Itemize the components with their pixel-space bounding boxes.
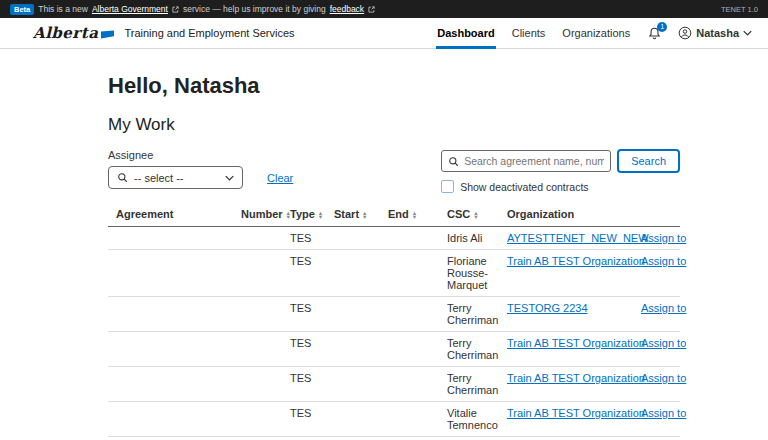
chevron-down-icon (225, 175, 234, 181)
external-link-icon (368, 6, 375, 13)
beta-badge: Beta (10, 4, 34, 15)
alberta-flag-icon (101, 30, 114, 39)
cell-agreement (108, 367, 237, 402)
assign-to-link[interactable]: Assign to (641, 232, 686, 244)
search-input[interactable] (464, 155, 604, 167)
notifications-button[interactable]: 1 (647, 26, 662, 41)
table-row: TES Terry Cherriman Train AB TEST Organi… (108, 332, 680, 367)
page-title: Hello, Natasha (108, 73, 680, 99)
section-title: My Work (108, 115, 680, 135)
assign-to-link[interactable]: Assign to (641, 337, 686, 349)
cell-number (237, 250, 286, 297)
main-nav: Dashboard Clients Organizations 1 Natash… (421, 18, 752, 49)
cell-number (237, 297, 286, 332)
alberta-logo[interactable]: Alberta (33, 24, 114, 42)
feedback-link[interactable]: feedback (330, 4, 365, 14)
cell-type: TES (286, 332, 330, 367)
account-menu[interactable]: Natasha (678, 26, 752, 40)
cell-agreement (108, 250, 237, 297)
table-body: TES Idris Ali AYTESTTENET_NEW_NEW Assign… (108, 227, 680, 440)
cell-end (384, 367, 443, 402)
cell-number (237, 332, 286, 367)
cell-number (237, 227, 286, 250)
organization-link[interactable]: Train AB TEST Organization (507, 255, 645, 267)
cell-agreement (108, 402, 237, 437)
show-deactivated-checkbox[interactable] (441, 180, 454, 193)
app-header: Alberta Training and Employment Services… (0, 18, 768, 49)
col-csc: CSC▲▼ (443, 205, 503, 227)
search-button[interactable]: Search (617, 149, 680, 173)
search-area: Search Show deactivated contracts (441, 149, 680, 193)
show-deactivated-label[interactable]: Show deactivated contracts (460, 181, 588, 193)
cell-start (330, 332, 384, 367)
cell-type: TES (286, 367, 330, 402)
external-link-icon (172, 6, 179, 13)
sort-icon[interactable]: ▲▼ (412, 211, 417, 220)
cell-number (237, 402, 286, 437)
cell-csc: Vitalie Temnenco (443, 402, 503, 437)
search-box (441, 150, 611, 172)
assign-to-link[interactable]: Assign to (641, 372, 686, 384)
col-actions (637, 205, 680, 227)
col-type: Type▲▼ (286, 205, 330, 227)
cell-agreement (108, 332, 237, 367)
assignee-select[interactable]: -- select -- (108, 166, 243, 189)
assign-to-link[interactable]: Assign to (641, 302, 686, 314)
organization-link[interactable]: Train AB TEST Organization (507, 372, 645, 384)
organization-link[interactable]: TESTORG 2234 (507, 302, 588, 314)
col-number: Number▲▼ (237, 205, 286, 227)
organization-link[interactable]: Train AB TEST Organization (507, 407, 645, 419)
banner-text-mid: service — help us improve it by giving (183, 4, 326, 14)
cell-agreement (108, 227, 237, 250)
nav-dashboard[interactable]: Dashboard (436, 18, 495, 49)
cell-csc: Terry Cherriman (443, 367, 503, 402)
cell-type: TES (286, 437, 330, 440)
col-end: End▲▼ (384, 205, 443, 227)
nav-organizations[interactable]: Organizations (561, 18, 631, 49)
col-start: Start▲▼ (330, 205, 384, 227)
cell-end (384, 227, 443, 250)
work-table: Agreement Number▲▼ Type▲▼ Start▲▼ End▲▼ … (108, 205, 680, 440)
organization-link[interactable]: Train AB TEST Organization (507, 337, 645, 349)
cell-end (384, 297, 443, 332)
table-row: TES Idris Ali AYTESTTENET_NEW_NEW Assign… (108, 227, 680, 250)
nav-clients[interactable]: Clients (511, 18, 547, 49)
search-icon (117, 172, 128, 183)
table-row: TES Terry Cherriman Train AB TEST Organi… (108, 367, 680, 402)
assignee-select-value: -- select -- (134, 172, 184, 184)
alberta-logo-text: Alberta (33, 24, 98, 42)
banner-text-prefix: This is a new (38, 4, 88, 14)
cell-type: TES (286, 297, 330, 332)
sort-icon[interactable]: ▲▼ (473, 211, 478, 220)
cell-number (237, 367, 286, 402)
table-header-row: Agreement Number▲▼ Type▲▼ Start▲▼ End▲▼ … (108, 205, 680, 227)
cell-start (330, 402, 384, 437)
cell-number (237, 437, 286, 440)
cell-start (330, 227, 384, 250)
beta-banner: Beta This is a new Alberta Government se… (0, 0, 768, 18)
assign-to-link[interactable]: Assign to (641, 255, 686, 267)
search-icon (448, 156, 459, 167)
user-icon (678, 26, 692, 40)
cell-csc: Idris Ali (443, 227, 503, 250)
organization-link[interactable]: AYTESTTENET_NEW_NEW (507, 232, 649, 244)
notification-badge: 1 (657, 22, 667, 32)
cell-type: TES (286, 227, 330, 250)
user-name: Natasha (696, 27, 739, 39)
sort-icon[interactable]: ▲▼ (362, 211, 367, 220)
alberta-government-link[interactable]: Alberta Government (92, 4, 168, 14)
assignee-label: Assignee (108, 149, 293, 161)
clear-filter-link[interactable]: Clear (267, 172, 293, 184)
sort-icon[interactable]: ▲▼ (318, 211, 323, 220)
cell-start (330, 437, 384, 440)
table-row: TES Terry Cherriman TESTORG 2234 Assign … (108, 297, 680, 332)
cell-agreement (108, 437, 237, 440)
assign-to-link[interactable]: Assign to (641, 407, 686, 419)
table-row: TES Floriane Rousse-Marquet Train AB TES… (108, 250, 680, 297)
cell-end (384, 332, 443, 367)
cell-csc: Floriane Rousse-Marquet (443, 250, 503, 297)
cell-start (330, 250, 384, 297)
cell-start (330, 367, 384, 402)
version-label: TENET 1.0 (721, 5, 758, 14)
cell-start (330, 297, 384, 332)
